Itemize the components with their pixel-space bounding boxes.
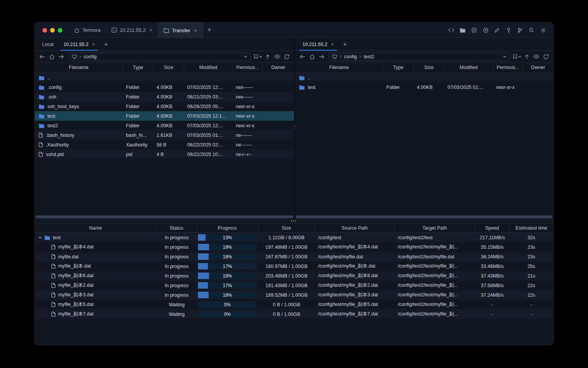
column-header[interactable]: Progress [197,223,258,232]
left-panel-new-tab-button[interactable]: + [100,38,112,51]
transfer-speed: 37.24MB/s [475,292,510,298]
upload-button[interactable] [263,53,272,61]
close-window-button[interactable] [42,28,47,33]
column-header[interactable]: Permissi... [233,62,263,72]
keys-icon[interactable] [504,25,513,35]
column-header[interactable]: Type [123,62,154,72]
transfer-row[interactable]: myfile_副本7.dat Waiting 0% 0 B / 1.00GB /… [35,309,553,319]
forward-button[interactable] [57,53,65,61]
file-permissions: rw-r--r-- [233,152,263,157]
close-tab-icon[interactable]: × [194,28,197,33]
titlebar-tab-termora[interactable]: Termora [69,23,106,38]
transfer-row[interactable]: myfile_副本3.dat In progress 18% 189.52MB … [35,290,553,300]
file-row[interactable]: .bash_history bash_hi... 1.61KB 07/03/20… [35,130,294,140]
column-header[interactable]: Size [154,62,184,72]
bookmark-button[interactable] [254,53,262,61]
forward-button[interactable] [317,53,326,61]
path-dropdown-icon[interactable] [244,56,247,58]
file-row[interactable]: sshd.pid pid 4 B 06/22/2025 10:... rw-r-… [35,150,294,159]
file-row[interactable]: test Folder 4.00KB 07/03/2025 01:... rwx… [295,82,553,92]
right-path-bar[interactable]: >config>test2 [329,53,510,61]
transfer-row[interactable]: test In progress 13% 1.11GB / 8.00GB /co… [35,233,553,242]
show-hidden-button[interactable] [532,53,541,61]
home-button[interactable] [47,53,56,61]
file-row[interactable]: .Xauthority Xauthority 58 B 06/22/2025 0… [35,140,294,150]
transfer-row[interactable]: myfile_副本6.dat In progress 19% 203.48MB … [35,271,553,281]
path-segment[interactable]: config [84,54,96,59]
horizontal-scrollbar[interactable] [36,215,293,218]
file-row[interactable]: .. [35,73,294,82]
path-segment[interactable]: config [344,54,357,59]
bookmark-button[interactable] [513,53,521,61]
file-row[interactable]: .. [295,73,553,82]
search-icon[interactable] [527,25,536,35]
snippets-icon[interactable] [469,25,479,35]
settings-icon[interactable] [538,25,548,35]
home-button[interactable] [308,53,316,61]
zoom-window-button[interactable] [58,28,62,33]
column-header[interactable]: Type [383,62,414,72]
transfer-row[interactable]: myfile_副本5.dat Waiting 0% 0 B / 1.00GB /… [35,300,553,309]
monitor-icon [72,54,77,59]
record-icon[interactable] [481,25,490,35]
progress-label: 13% [198,234,257,241]
column-header[interactable]: Owner [523,62,553,72]
transfer-row[interactable]: myfile_副本4.dat In progress 19% 197.48MB … [35,242,553,252]
file-row[interactable]: ssh_host_keys Folder 4.00KB 06/26/2025 0… [35,102,294,111]
right-panel-tab-10-211-55-2[interactable]: 10.211.55.2 × [297,38,339,51]
close-tab-icon[interactable]: × [149,28,152,33]
transfer-row[interactable]: myfile_副本.dat In progress 17% 180.97MB /… [35,261,553,271]
refresh-button[interactable] [283,53,291,61]
upload-button[interactable] [523,53,531,61]
refresh-button[interactable] [542,53,550,61]
column-header[interactable]: Owner [263,62,294,72]
folder-icon [44,235,50,240]
file-row[interactable]: .config Folder 4.00KB 07/02/2025 12:... … [35,82,294,92]
column-header[interactable]: Modified [184,62,233,72]
file-row[interactable]: .ssh Folder 4.00KB 06/21/2025 03:... rwx… [35,92,294,102]
collapse-icon[interactable] [38,237,42,239]
column-header[interactable]: Target Path [395,223,475,232]
left-panel-tab-local[interactable]: Local [37,38,59,51]
horizontal-splitter[interactable] [35,219,553,223]
column-header[interactable]: Estimated time [510,223,553,232]
file-modified: 06/22/2025 10:... [184,152,233,157]
edit-icon[interactable] [492,25,502,35]
branch-icon[interactable] [515,25,525,35]
left-panel-tab-10-211-55-2[interactable]: 10.211.55.2 × [59,38,100,51]
column-header[interactable]: Speed [475,223,510,232]
close-tab-icon[interactable]: × [92,42,95,47]
transfer-row[interactable]: myfile_副本2.dat In progress 17% 181.43MB … [35,281,553,290]
titlebar-tab-10-211-55-2[interactable]: 10.211.55.2 × [106,23,158,38]
close-tab-icon[interactable]: × [331,42,334,47]
column-header[interactable]: Permissi... [493,62,523,72]
path-dropdown-icon[interactable] [503,56,506,58]
horizontal-scrollbar[interactable] [296,215,552,218]
back-button[interactable] [38,53,46,61]
column-header[interactable]: Source Path [315,223,395,232]
transfer-row[interactable]: myfile.dat In progress 18% 187.87MB / 1.… [35,252,553,261]
file-modified: 07/03/2025 12:1... [184,113,233,119]
titlebar-tab-transfer[interactable]: Transfer × [158,23,203,38]
show-hidden-button[interactable] [273,53,281,61]
column-header[interactable]: Modified [444,62,493,72]
column-header[interactable]: Filename [35,62,123,72]
file-row[interactable]: test2 Folder 4.00KB 07/03/2025 12:... rw… [35,121,294,130]
column-header[interactable]: Status [157,223,197,232]
folder-icon[interactable] [458,25,467,35]
column-header[interactable]: Size [414,62,444,72]
column-header[interactable]: Size [258,223,315,232]
left-path-bar[interactable]: >config [69,53,251,61]
minimize-window-button[interactable] [50,28,55,33]
back-button[interactable] [298,53,307,61]
path-segment[interactable]: test2 [364,54,374,59]
column-header[interactable]: Name [35,223,157,232]
file-icon [51,273,56,278]
new-tab-button[interactable]: + [203,23,216,38]
file-modified: 06/21/2025 03:... [184,94,233,100]
file-row[interactable]: test Folder 4.00KB 07/03/2025 12:1... rw… [35,111,294,121]
code-icon[interactable] [446,25,456,35]
file-type: Xauthority [123,142,154,148]
right-panel-new-tab-button[interactable]: + [339,38,351,51]
column-header[interactable]: Filename [295,62,383,72]
